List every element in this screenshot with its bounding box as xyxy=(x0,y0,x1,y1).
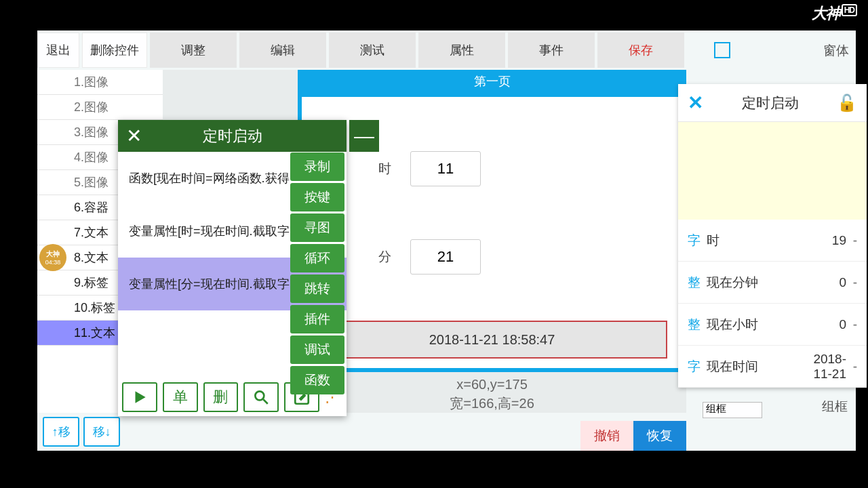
delete-line-button[interactable]: 删 xyxy=(203,382,239,412)
group-combo[interactable]: 组框 xyxy=(703,402,762,418)
tab-groupbox[interactable]: 组框 xyxy=(822,398,848,415)
loop-button[interactable]: 循环 xyxy=(290,244,344,272)
edit-button[interactable]: 编辑 xyxy=(239,33,326,68)
attributes-button[interactable]: 属性 xyxy=(418,33,505,68)
watermark-badge: 大神 04:38 xyxy=(39,244,66,271)
script-title: 定时启动 xyxy=(149,126,347,146)
property-row[interactable]: 整现在分钟0- xyxy=(678,262,867,304)
redo-button[interactable]: 恢复 xyxy=(633,421,686,451)
undo-button[interactable]: 撤销 xyxy=(580,421,633,451)
top-toolbar: 退出 删除控件 调整 编辑 测试 属性 事件 保存 窗体 xyxy=(37,30,856,70)
adjust-button[interactable]: 调整 xyxy=(150,33,237,68)
page-title: 第一页 xyxy=(298,70,686,93)
popup-body xyxy=(678,122,867,220)
logo-hd: HD xyxy=(842,4,857,16)
bottom-controls: ↑移 移↓ xyxy=(37,413,120,451)
close-icon[interactable]: ✕ xyxy=(688,92,703,114)
input-hour[interactable] xyxy=(410,151,481,186)
tree-item[interactable]: 1.图像 xyxy=(37,70,163,95)
properties-popup: ✕ 定时启动 🔓 字时19-整现在分钟0-整现在小时0-字现在时间2018-11… xyxy=(678,84,867,388)
tab-form[interactable]: 窗体 xyxy=(816,33,856,68)
input-minute[interactable] xyxy=(410,239,481,274)
color-swatch[interactable] xyxy=(714,42,730,58)
svg-point-0 xyxy=(256,391,264,400)
logo-text: 大神 xyxy=(812,5,840,22)
jump-button[interactable]: 跳转 xyxy=(290,274,344,303)
step-button[interactable]: 单 xyxy=(163,382,198,412)
search-icon[interactable] xyxy=(243,382,279,412)
events-button[interactable]: 事件 xyxy=(508,33,595,68)
move-down-button[interactable]: 移↓ xyxy=(83,417,120,447)
property-row[interactable]: 整现在小时0- xyxy=(678,304,867,346)
debug-button[interactable]: 调试 xyxy=(290,336,344,364)
label-hour: 时 xyxy=(378,160,391,178)
status-line: x=60,y=175 宽=166,高=26 xyxy=(298,375,686,413)
minimize-icon[interactable]: — xyxy=(349,120,379,152)
svg-line-1 xyxy=(264,399,269,404)
undo-redo-bar: 撤销 恢复 xyxy=(580,421,686,451)
plugin-button[interactable]: 插件 xyxy=(290,305,344,333)
tree-item[interactable]: 2.图像 xyxy=(37,95,163,120)
label-minute: 分 xyxy=(378,248,391,266)
record-button[interactable]: 录制 xyxy=(290,152,344,181)
property-row[interactable]: 字时19- xyxy=(678,220,867,262)
property-row[interactable]: 字现在时间2018-11-21- xyxy=(678,346,867,388)
keypress-button[interactable]: 按键 xyxy=(290,183,344,211)
find-image-button[interactable]: 寻图 xyxy=(290,214,344,242)
datetime-display[interactable]: 2018-11-21 18:58:47 xyxy=(317,321,667,359)
popup-title: 定时启动 xyxy=(742,94,799,113)
exit-button[interactable]: 退出 xyxy=(37,33,79,68)
lock-icon[interactable]: 🔓 xyxy=(837,94,857,113)
action-strip: 录制 按键 寻图 循环 跳转 插件 调试 函数 xyxy=(290,152,344,394)
test-button[interactable]: 测试 xyxy=(329,33,416,68)
delete-control-button[interactable]: 删除控件 xyxy=(82,33,147,68)
move-up-button[interactable]: ↑移 xyxy=(43,417,79,447)
play-icon[interactable] xyxy=(122,382,157,412)
function-button[interactable]: 函数 xyxy=(290,366,344,394)
save-button[interactable]: 保存 xyxy=(597,33,684,68)
close-icon[interactable]: ✕ xyxy=(118,125,149,147)
